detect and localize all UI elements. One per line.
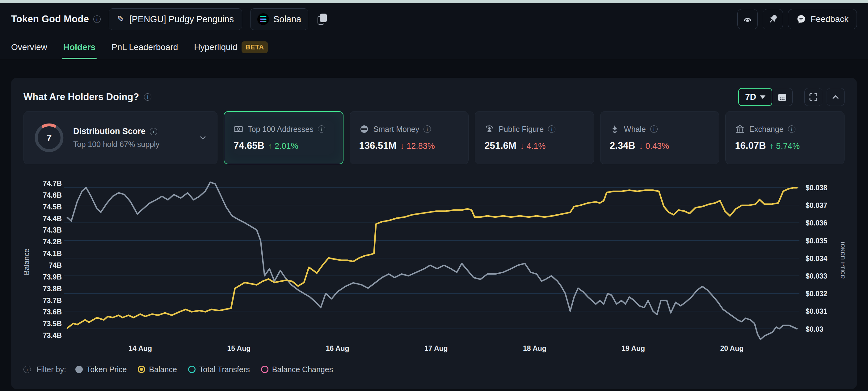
- feedback-label: Feedback: [810, 14, 848, 24]
- smart-money-icon: [359, 124, 369, 134]
- feedback-button[interactable]: Feedback: [788, 9, 857, 29]
- distribution-score-subtitle: Top 100 hold 67% supply: [73, 140, 159, 149]
- x-axis-tick: 18 Aug: [523, 345, 547, 352]
- stat-card-smart-money[interactable]: Smart Money 136.51M ↓ 12.83%: [350, 111, 469, 164]
- info-icon[interactable]: [150, 128, 157, 135]
- stat-card-whale[interactable]: Whale 2.34B ↓ 0.43%: [600, 111, 719, 164]
- stat-card-public-figure[interactable]: Public Figure 251.6M ↓ 4.1%: [475, 111, 594, 164]
- app-header: Token God Mode ✎ [PENGU] Pudgy Penguins …: [0, 3, 868, 35]
- info-icon[interactable]: [424, 125, 431, 133]
- token-price-swatch: [75, 366, 83, 373]
- stat-change: ↑ 5.74%: [770, 141, 800, 151]
- stat-change: ↓ 0.43%: [639, 141, 670, 151]
- info-icon[interactable]: [788, 125, 796, 133]
- tab-hyperliquid[interactable]: Hyperliquid BETA: [194, 35, 268, 59]
- stat-card-exchange[interactable]: Exchange 16.07B ↑ 5.74%: [725, 111, 844, 164]
- watchlist-button[interactable]: [737, 9, 758, 29]
- stat-change: ↑ 2.01%: [268, 141, 299, 151]
- tab-overview[interactable]: Overview: [11, 35, 47, 59]
- left-axis-tick: 74.2B: [43, 238, 62, 246]
- left-axis-tick: 74.6B: [43, 191, 62, 199]
- right-axis-tick: $0.037: [806, 201, 827, 209]
- banknote-icon: [234, 124, 243, 134]
- date-range-group: 7D: [738, 88, 793, 106]
- chat-icon: [796, 14, 806, 24]
- token-god-mode-page: { "header": { "title": "Token God Mode",…: [0, 0, 868, 391]
- stat-value: 16.07B: [735, 140, 766, 151]
- total-transfers-swatch: [188, 366, 195, 373]
- page-title-text: Token God Mode: [11, 13, 89, 25]
- holder-stat-cards: 7 Distribution Score Top 100 hold 67% su…: [24, 111, 844, 164]
- token-selector-label: [PENGU] Pudgy Penguins: [129, 14, 234, 24]
- stat-value: 251.6M: [484, 140, 516, 151]
- left-axis-tick: 74.3B: [43, 226, 62, 234]
- tab-pnl-leaderboard[interactable]: PnL Leaderboard: [112, 35, 178, 59]
- right-axis-tick: $0.035: [806, 237, 828, 245]
- distribution-score-card[interactable]: 7 Distribution Score Top 100 hold 67% su…: [24, 111, 217, 164]
- public-figure-icon: [484, 124, 494, 134]
- fullscreen-button[interactable]: [804, 88, 822, 106]
- section-title: What Are Holders Doing?: [24, 91, 151, 102]
- pin-button[interactable]: [763, 9, 783, 29]
- beta-badge: BETA: [242, 41, 268, 53]
- filter-option-token-price[interactable]: Token Price: [75, 365, 127, 374]
- holders-chart[interactable]: $0.038$0.037$0.036$0.035$0.034$0.033$0.0…: [24, 169, 844, 359]
- chevron-up-icon: [831, 92, 840, 102]
- right-axis-tick: $0.03: [806, 325, 824, 333]
- filter-option-balance-changes[interactable]: Balance Changes: [261, 365, 333, 374]
- distribution-score-label: Distribution Score: [73, 127, 146, 136]
- copy-address-button[interactable]: [317, 13, 327, 25]
- range-label: 7D: [745, 92, 756, 102]
- browser-top-strip: [0, 0, 868, 3]
- info-icon[interactable]: [144, 93, 151, 101]
- right-axis-tick: $0.033: [806, 272, 827, 280]
- info-icon[interactable]: [318, 125, 325, 133]
- stat-value: 2.34B: [610, 140, 636, 151]
- distribution-gauge: 7: [33, 122, 65, 154]
- filter-by-label: Filter by:: [36, 365, 66, 374]
- chevron-down-icon[interactable]: [198, 133, 208, 143]
- chain-selector-button[interactable]: Solana: [250, 8, 308, 30]
- balance-changes-swatch: [261, 366, 269, 373]
- filter-option-total-transfers[interactable]: Total Transfers: [188, 365, 250, 374]
- left-axis-tick: 73.9B: [43, 273, 62, 281]
- pin-icon: [768, 14, 778, 24]
- x-axis-tick: 19 Aug: [621, 345, 645, 352]
- left-axis-tick: 73.5B: [43, 320, 62, 328]
- right-axis-tick: $0.034: [806, 255, 828, 263]
- balance-vs-price-chart[interactable]: $0.038$0.037$0.036$0.035$0.034$0.033$0.0…: [24, 169, 844, 359]
- info-icon[interactable]: [650, 125, 658, 133]
- fullscreen-icon: [809, 92, 818, 102]
- stat-change: ↓ 4.1%: [520, 141, 546, 151]
- exchange-icon: [735, 124, 745, 134]
- left-axis-tick: 73.7B: [43, 296, 62, 304]
- stat-card-top-100-addresses[interactable]: Top 100 Addresses 74.65B ↑ 2.01%: [224, 111, 343, 164]
- stat-label: Whale: [624, 125, 646, 134]
- tab-holders[interactable]: Holders: [63, 35, 95, 59]
- info-icon[interactable]: [93, 15, 101, 23]
- token-selector-button[interactable]: ✎ [PENGU] Pudgy Penguins: [109, 8, 242, 30]
- calendar-button[interactable]: [772, 88, 792, 106]
- right-axis-tick: $0.032: [806, 290, 827, 298]
- stat-change: ↓ 12.83%: [400, 141, 435, 151]
- chart-filter-row: Filter by: Token Price Balance Total Tra…: [24, 361, 844, 378]
- right-axis-tick: $0.036: [806, 219, 827, 227]
- filter-option-balance[interactable]: Balance: [138, 365, 177, 374]
- stat-value: 136.51M: [359, 140, 397, 151]
- chevron-down-icon: [760, 95, 766, 99]
- pencil-icon: ✎: [117, 14, 124, 24]
- info-icon[interactable]: [548, 125, 555, 133]
- calendar-icon: [777, 92, 787, 102]
- left-axis-tick: 73.6B: [43, 308, 62, 316]
- x-axis-tick: 14 Aug: [128, 345, 152, 352]
- left-axis-tick: 74.5B: [43, 203, 62, 211]
- range-dropdown[interactable]: 7D: [738, 88, 772, 106]
- right-axis-title: Token Price: [839, 240, 844, 279]
- main-tabs: Overview Holders PnL Leaderboard Hyperli…: [0, 35, 868, 59]
- info-icon: [24, 366, 31, 373]
- stat-label: Exchange: [749, 125, 783, 134]
- stat-value: 74.65B: [234, 140, 265, 151]
- left-axis-title: Balance: [24, 249, 31, 275]
- collapse-button[interactable]: [827, 88, 844, 106]
- holders-panel: What Are Holders Doing? 7D: [11, 78, 857, 389]
